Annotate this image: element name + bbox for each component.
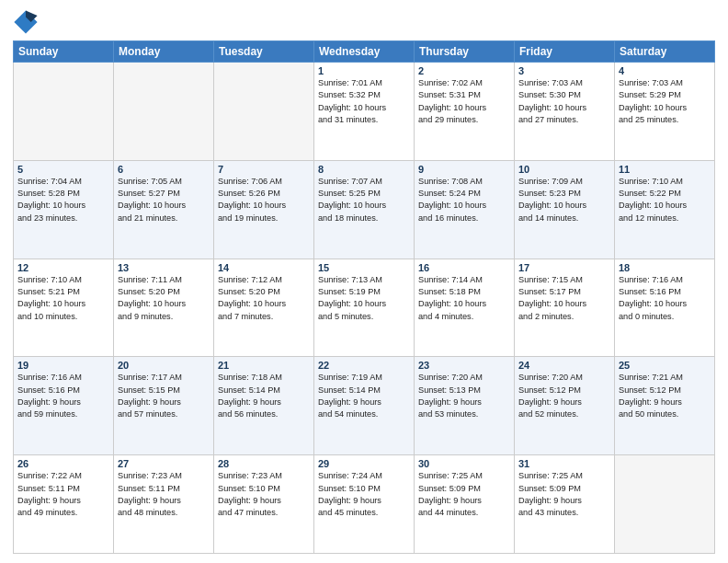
day-number: 16 [418,262,510,273]
day-info: Sunrise: 7:25 AM Sunset: 5:09 PM Dayligh… [518,470,610,519]
calendar-cell: 2Sunrise: 7:02 AM Sunset: 5:31 PM Daylig… [415,63,515,161]
calendar-cell: 27Sunrise: 7:23 AM Sunset: 5:11 PM Dayli… [114,455,214,554]
calendar-week-5: 26Sunrise: 7:22 AM Sunset: 5:11 PM Dayli… [14,455,715,554]
day-info: Sunrise: 7:20 AM Sunset: 5:12 PM Dayligh… [518,372,610,420]
calendar-header-sunday: Sunday [14,41,114,63]
day-number: 30 [418,458,510,469]
calendar-cell: 8Sunrise: 7:07 AM Sunset: 5:25 PM Daylig… [314,160,415,259]
day-info: Sunrise: 7:04 AM Sunset: 5:28 PM Dayligh… [17,176,109,224]
day-info: Sunrise: 7:03 AM Sunset: 5:30 PM Dayligh… [518,77,610,126]
day-number: 11 [619,164,711,175]
day-info: Sunrise: 7:25 AM Sunset: 5:09 PM Dayligh… [418,470,510,519]
day-info: Sunrise: 7:01 AM Sunset: 5:32 PM Dayligh… [318,77,410,126]
logo-icon [13,9,39,35]
calendar-cell: 20Sunrise: 7:17 AM Sunset: 5:15 PM Dayli… [114,357,214,455]
day-info: Sunrise: 7:07 AM Sunset: 5:25 PM Dayligh… [318,176,410,224]
day-info: Sunrise: 7:02 AM Sunset: 5:31 PM Dayligh… [418,77,510,126]
day-number: 10 [518,164,610,175]
calendar-cell: 15Sunrise: 7:13 AM Sunset: 5:19 PM Dayli… [314,259,415,357]
calendar-cell: 6Sunrise: 7:05 AM Sunset: 5:27 PM Daylig… [114,160,214,259]
day-number: 8 [318,164,410,175]
calendar-cell: 5Sunrise: 7:04 AM Sunset: 5:28 PM Daylig… [14,160,114,259]
calendar-cell: 23Sunrise: 7:20 AM Sunset: 5:13 PM Dayli… [415,357,515,455]
day-number: 19 [17,360,109,371]
day-number: 23 [418,360,510,371]
day-number: 28 [218,458,310,469]
calendar-header-monday: Monday [114,41,214,63]
calendar-cell: 13Sunrise: 7:11 AM Sunset: 5:20 PM Dayli… [114,259,214,357]
day-number: 17 [518,262,610,273]
day-info: Sunrise: 7:09 AM Sunset: 5:23 PM Dayligh… [518,176,610,224]
day-number: 20 [118,360,210,371]
calendar-cell: 18Sunrise: 7:16 AM Sunset: 5:16 PM Dayli… [615,259,715,357]
day-info: Sunrise: 7:16 AM Sunset: 5:16 PM Dayligh… [619,274,711,323]
calendar-cell: 26Sunrise: 7:22 AM Sunset: 5:11 PM Dayli… [14,455,114,554]
day-info: Sunrise: 7:12 AM Sunset: 5:20 PM Dayligh… [218,274,310,323]
calendar-cell: 7Sunrise: 7:06 AM Sunset: 5:26 PM Daylig… [214,160,314,259]
day-number: 4 [619,65,711,76]
day-number: 12 [17,262,109,273]
calendar-week-3: 12Sunrise: 7:10 AM Sunset: 5:21 PM Dayli… [14,259,715,357]
calendar-header-saturday: Saturday [615,41,715,63]
calendar-cell: 12Sunrise: 7:10 AM Sunset: 5:21 PM Dayli… [14,259,114,357]
calendar-week-4: 19Sunrise: 7:16 AM Sunset: 5:16 PM Dayli… [14,357,715,455]
day-number: 14 [218,262,310,273]
day-number: 27 [118,458,210,469]
day-info: Sunrise: 7:21 AM Sunset: 5:12 PM Dayligh… [619,372,711,420]
calendar-cell: 3Sunrise: 7:03 AM Sunset: 5:30 PM Daylig… [515,63,615,161]
day-number: 25 [619,360,711,371]
day-number: 29 [318,458,410,469]
header [13,9,715,35]
calendar-cell: 14Sunrise: 7:12 AM Sunset: 5:20 PM Dayli… [214,259,314,357]
calendar-cell [114,63,214,161]
calendar-cell: 21Sunrise: 7:18 AM Sunset: 5:14 PM Dayli… [214,357,314,455]
calendar-cell: 24Sunrise: 7:20 AM Sunset: 5:12 PM Dayli… [515,357,615,455]
day-number: 6 [118,164,210,175]
day-number: 26 [17,458,109,469]
calendar-cell [214,63,314,161]
day-number: 9 [418,164,510,175]
day-info: Sunrise: 7:22 AM Sunset: 5:11 PM Dayligh… [17,470,109,519]
day-number: 5 [17,164,109,175]
day-info: Sunrise: 7:13 AM Sunset: 5:19 PM Dayligh… [318,274,410,323]
day-info: Sunrise: 7:19 AM Sunset: 5:14 PM Dayligh… [318,372,410,420]
day-info: Sunrise: 7:06 AM Sunset: 5:26 PM Dayligh… [218,176,310,224]
day-info: Sunrise: 7:18 AM Sunset: 5:14 PM Dayligh… [218,372,310,420]
calendar-header-thursday: Thursday [415,41,515,63]
calendar-header-tuesday: Tuesday [214,41,314,63]
calendar-cell: 1Sunrise: 7:01 AM Sunset: 5:32 PM Daylig… [314,63,415,161]
day-number: 18 [619,262,711,273]
day-info: Sunrise: 7:10 AM Sunset: 5:22 PM Dayligh… [619,176,711,224]
day-number: 13 [118,262,210,273]
day-info: Sunrise: 7:16 AM Sunset: 5:16 PM Dayligh… [17,372,109,420]
day-info: Sunrise: 7:20 AM Sunset: 5:13 PM Dayligh… [418,372,510,420]
calendar-cell: 11Sunrise: 7:10 AM Sunset: 5:22 PM Dayli… [615,160,715,259]
day-number: 24 [518,360,610,371]
calendar-cell: 25Sunrise: 7:21 AM Sunset: 5:12 PM Dayli… [615,357,715,455]
day-number: 3 [518,65,610,76]
calendar-week-1: 1Sunrise: 7:01 AM Sunset: 5:32 PM Daylig… [14,63,715,161]
day-info: Sunrise: 7:17 AM Sunset: 5:15 PM Dayligh… [118,372,210,420]
logo [13,9,42,35]
calendar-cell: 9Sunrise: 7:08 AM Sunset: 5:24 PM Daylig… [415,160,515,259]
calendar-header-friday: Friday [515,41,615,63]
day-info: Sunrise: 7:03 AM Sunset: 5:29 PM Dayligh… [619,77,711,126]
day-number: 2 [418,65,510,76]
day-info: Sunrise: 7:24 AM Sunset: 5:10 PM Dayligh… [318,470,410,519]
day-number: 31 [518,458,610,469]
calendar-cell: 29Sunrise: 7:24 AM Sunset: 5:10 PM Dayli… [314,455,415,554]
day-number: 15 [318,262,410,273]
calendar-cell: 30Sunrise: 7:25 AM Sunset: 5:09 PM Dayli… [415,455,515,554]
calendar-table: SundayMondayTuesdayWednesdayThursdayFrid… [13,40,715,554]
calendar-header-row: SundayMondayTuesdayWednesdayThursdayFrid… [14,41,715,63]
calendar-cell: 19Sunrise: 7:16 AM Sunset: 5:16 PM Dayli… [14,357,114,455]
day-info: Sunrise: 7:23 AM Sunset: 5:11 PM Dayligh… [118,470,210,519]
day-info: Sunrise: 7:08 AM Sunset: 5:24 PM Dayligh… [418,176,510,224]
day-info: Sunrise: 7:11 AM Sunset: 5:20 PM Dayligh… [118,274,210,323]
day-info: Sunrise: 7:14 AM Sunset: 5:18 PM Dayligh… [418,274,510,323]
calendar-cell: 22Sunrise: 7:19 AM Sunset: 5:14 PM Dayli… [314,357,415,455]
page: SundayMondayTuesdayWednesdayThursdayFrid… [0,0,728,563]
day-info: Sunrise: 7:10 AM Sunset: 5:21 PM Dayligh… [17,274,109,323]
calendar-week-2: 5Sunrise: 7:04 AM Sunset: 5:28 PM Daylig… [14,160,715,259]
calendar-cell: 4Sunrise: 7:03 AM Sunset: 5:29 PM Daylig… [615,63,715,161]
